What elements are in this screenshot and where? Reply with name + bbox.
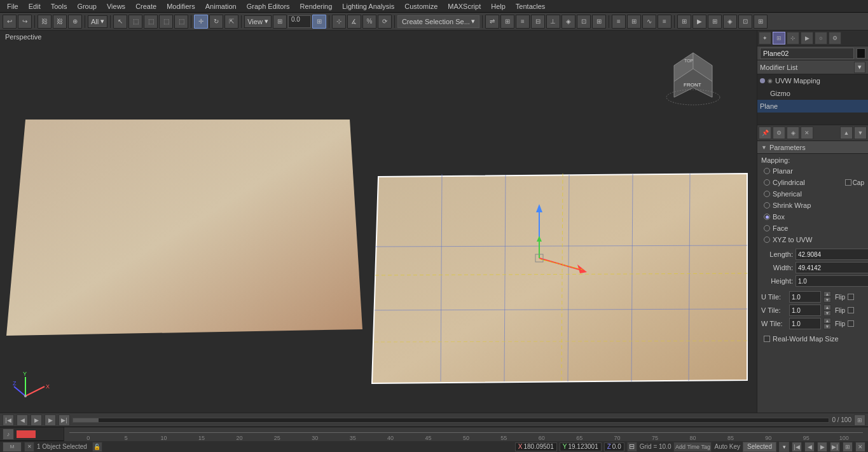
- undo-button[interactable]: ↩: [3, 15, 17, 29]
- cap-checkbox[interactable]: [845, 179, 851, 186]
- menu-maxscript[interactable]: MAXScript: [443, 2, 485, 11]
- redo-button[interactable]: ↪: [18, 15, 32, 29]
- play-button[interactable]: ▶: [31, 414, 42, 426]
- nav-next-key[interactable]: ▶: [817, 442, 827, 452]
- w-tile-spin-up[interactable]: ▲: [823, 318, 831, 324]
- render-frame-button[interactable]: ⊞: [708, 15, 722, 29]
- key-mode-button[interactable]: ⊞: [854, 414, 865, 426]
- height-input[interactable]: [796, 275, 868, 287]
- frame-slider-thumb[interactable]: [73, 418, 99, 422]
- u-tile-spin-up[interactable]: ▲: [823, 291, 831, 297]
- snap-toggle-button[interactable]: ⊞: [312, 15, 326, 29]
- normal-align-button[interactable]: ⊥: [546, 15, 560, 29]
- w-tile-spin-down[interactable]: ▼: [823, 324, 831, 329]
- scale-tool-button[interactable]: ⇱: [224, 15, 238, 29]
- menu-views[interactable]: Views: [102, 2, 130, 11]
- select-object-button[interactable]: ↖: [113, 15, 127, 29]
- rotate-tool-button[interactable]: ↻: [209, 15, 223, 29]
- radio-xyz-uvw[interactable]: [764, 236, 770, 243]
- stack-remove-btn[interactable]: ✕: [801, 127, 813, 139]
- modify-panel-btn[interactable]: ⊞: [773, 32, 785, 45]
- nav-prev-key[interactable]: ◀: [804, 442, 815, 452]
- hierarchy-panel-btn[interactable]: ⊹: [787, 32, 799, 45]
- next-frame-button[interactable]: ▶: [45, 414, 56, 426]
- w-flip-checkbox[interactable]: [848, 320, 854, 327]
- modifier-stack-item-plane[interactable]: Plane: [757, 100, 868, 113]
- spinner-snap-button[interactable]: ⟳: [378, 15, 392, 29]
- bind-space-warp[interactable]: ⊕: [68, 15, 82, 29]
- width-input[interactable]: [796, 262, 868, 273]
- window-crossing-button[interactable]: ⬚: [144, 15, 158, 29]
- create-selection-button[interactable]: Create Selection Se... ▾: [397, 15, 479, 28]
- select-all-button[interactable]: ⬚: [159, 15, 173, 29]
- align-button[interactable]: ≡: [516, 15, 530, 29]
- selection-filter-dropdown[interactable]: All ▾: [88, 15, 107, 28]
- v-flip-checkbox[interactable]: [848, 307, 854, 313]
- menu-animation[interactable]: Animation: [201, 2, 241, 11]
- v-tile-input[interactable]: [789, 305, 821, 316]
- dope-sheet-button[interactable]: ≡: [658, 15, 672, 29]
- radio-face-row[interactable]: Face: [761, 223, 864, 234]
- radio-cylindrical[interactable]: [764, 179, 770, 186]
- material-editor-button[interactable]: ◈: [723, 15, 737, 29]
- menu-customize[interactable]: Customize: [400, 2, 442, 11]
- coord-center-button[interactable]: ⊞: [273, 15, 287, 29]
- menu-rendering[interactable]: Rendering: [296, 2, 337, 11]
- timeline-ruler[interactable]: 0510152025303540455055606570758085909510…: [64, 427, 868, 441]
- nav-next-button[interactable]: ▶|: [830, 442, 840, 452]
- nav-prev-button[interactable]: |◀: [792, 442, 802, 452]
- prev-frame-button[interactable]: ◀: [17, 414, 28, 426]
- quick-align-button[interactable]: ⊟: [531, 15, 545, 29]
- timeline-sound-btn[interactable]: ♪: [3, 428, 14, 440]
- modifier-stack-item-uvwmapping[interactable]: ◉ UVW Mapping: [757, 74, 868, 87]
- v-tile-spin-up[interactable]: ▲: [823, 305, 831, 310]
- render-setup-button[interactable]: ⊞: [677, 15, 691, 29]
- parameters-header[interactable]: ▼ Parameters: [757, 141, 868, 154]
- create-panel-btn[interactable]: ✦: [759, 32, 771, 45]
- menu-edit[interactable]: Edit: [24, 2, 45, 11]
- render-effects-button[interactable]: ⊞: [754, 15, 768, 29]
- unlink-button[interactable]: ⛓: [53, 15, 67, 29]
- selected-button[interactable]: Selected: [743, 442, 776, 452]
- selected-dropdown-arrow[interactable]: ▾: [779, 442, 789, 452]
- go-end-button[interactable]: ▶|: [59, 414, 70, 426]
- close-thumbnail-button[interactable]: ✕: [24, 442, 34, 452]
- display-panel-btn[interactable]: ○: [815, 32, 827, 45]
- radio-xyz-uvw-row[interactable]: XYZ to UVW: [761, 234, 864, 245]
- frame-slider-track[interactable]: [72, 418, 829, 423]
- reference-coord-dropdown[interactable]: View ▾: [244, 15, 272, 28]
- stack-pin-btn[interactable]: 📌: [759, 127, 771, 139]
- motion-panel-btn[interactable]: ▶: [801, 32, 813, 45]
- radio-planar-row[interactable]: Planar: [761, 165, 864, 177]
- viewcube[interactable]: FRONT TOP: [661, 43, 725, 107]
- radio-face[interactable]: [764, 225, 770, 231]
- realworld-checkbox[interactable]: [764, 336, 770, 342]
- menu-group[interactable]: Group: [72, 2, 101, 11]
- go-start-button[interactable]: |◀: [3, 414, 14, 426]
- schematic-view-button[interactable]: ⊞: [627, 15, 641, 29]
- stack-make-unique-btn[interactable]: ◈: [787, 127, 799, 139]
- coord-value-input[interactable]: 0.0: [288, 15, 311, 28]
- modifier-stack-item-gizmo[interactable]: Gizmo: [768, 87, 868, 100]
- nav-delete-key[interactable]: ✕: [855, 442, 865, 452]
- menu-lighting-analysis[interactable]: Lighting Analysis: [338, 2, 399, 11]
- percent-snap-button[interactable]: %: [362, 15, 376, 29]
- u-flip-checkbox[interactable]: [848, 294, 854, 300]
- select-none-button[interactable]: ⬚: [174, 15, 188, 29]
- radio-cylindrical-row[interactable]: Cylindrical: [761, 177, 844, 188]
- length-input[interactable]: [796, 249, 868, 260]
- angle-snap-button[interactable]: ∡: [347, 15, 361, 29]
- array-button[interactable]: ⊞: [500, 15, 514, 29]
- radio-box-row[interactable]: Box: [761, 211, 864, 223]
- w-tile-input[interactable]: [789, 318, 821, 329]
- stack-move-down-btn[interactable]: ▼: [854, 127, 867, 139]
- menu-file[interactable]: File: [3, 2, 23, 11]
- render-environment-button[interactable]: ⊡: [738, 15, 752, 29]
- u-tile-spin-down[interactable]: ▼: [823, 297, 831, 303]
- radio-spherical[interactable]: [764, 191, 770, 197]
- add-time-tag-button[interactable]: Add Time Tag: [673, 442, 712, 452]
- menu-graph-editors[interactable]: Graph Editors: [242, 2, 294, 11]
- object-color-swatch[interactable]: [857, 48, 865, 58]
- radio-planar[interactable]: [764, 168, 770, 174]
- align-view-button[interactable]: ⊞: [592, 15, 606, 29]
